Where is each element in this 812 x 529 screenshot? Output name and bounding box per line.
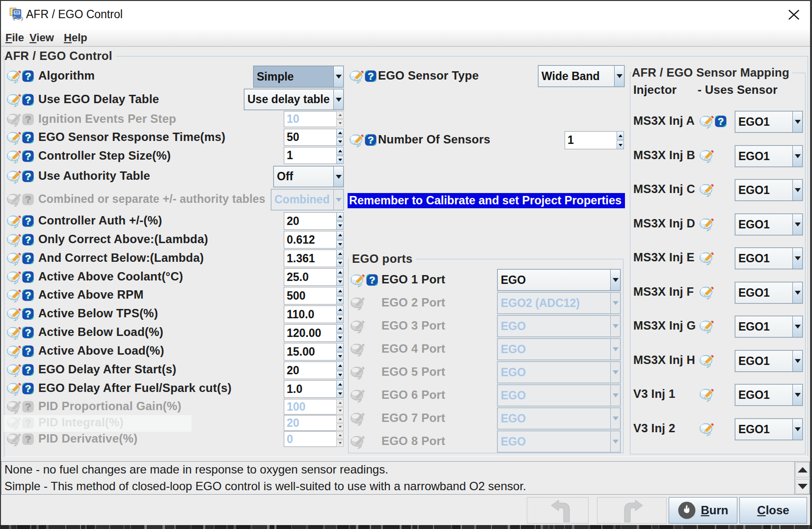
- svg-text:?: ?: [25, 308, 31, 319]
- svg-text:?: ?: [25, 327, 31, 338]
- svg-text:?: ?: [25, 94, 31, 105]
- svg-text:?: ?: [25, 271, 31, 282]
- svg-text:?: ?: [25, 252, 31, 264]
- svg-text:?: ?: [368, 70, 374, 82]
- svg-text:?: ?: [25, 401, 31, 412]
- svg-text:?: ?: [25, 194, 31, 205]
- svg-text:?: ?: [718, 115, 724, 127]
- svg-text:?: ?: [25, 70, 31, 82]
- svg-text:?: ?: [25, 345, 31, 357]
- svg-text:?: ?: [368, 134, 374, 145]
- svg-text:?: ?: [25, 150, 31, 162]
- svg-text:?: ?: [25, 113, 31, 125]
- svg-text:?: ?: [25, 289, 31, 301]
- svg-text:?: ?: [25, 215, 31, 226]
- svg-text:?: ?: [369, 274, 376, 285]
- svg-text:?: ?: [25, 433, 31, 445]
- svg-text:?: ?: [25, 234, 31, 245]
- svg-text:?: ?: [25, 132, 31, 143]
- svg-text:101: 101: [14, 11, 20, 14]
- svg-text:?: ?: [25, 383, 31, 394]
- svg-text:?: ?: [25, 170, 31, 182]
- svg-text:?: ?: [25, 364, 31, 375]
